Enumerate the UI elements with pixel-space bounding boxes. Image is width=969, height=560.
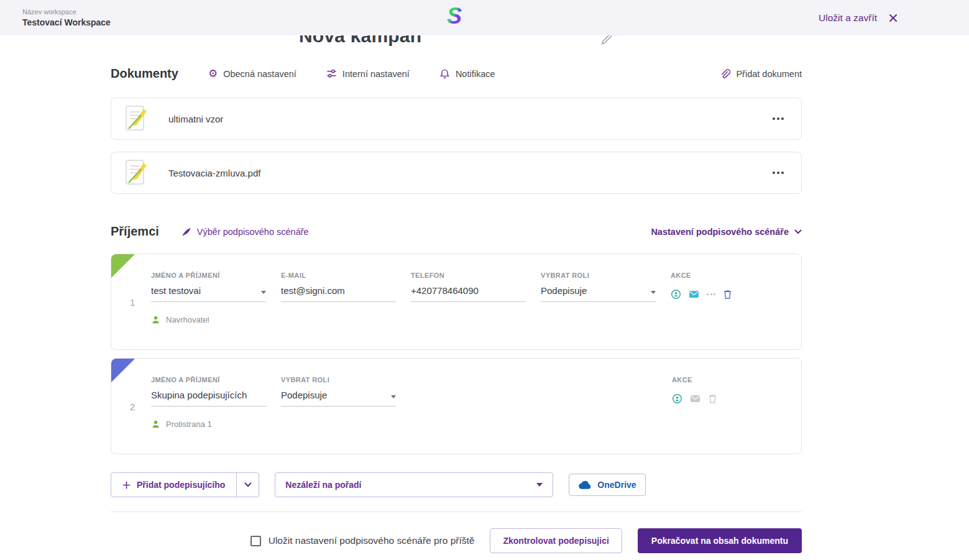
tab-label: Notifikace [456,69,495,79]
workspace-name: Testovací Workspace [22,17,111,27]
recipient-fields: JMÉNO A PŘÍJMENÍ Skupina podepisujících … [151,376,784,406]
document-icon [125,105,147,132]
name-value: Skupina podepisujících [151,390,247,400]
add-signer-menu-button[interactable] [236,473,259,497]
field-label: TELEFON [411,272,526,279]
caret-down-icon [261,291,266,294]
tab-general-settings[interactable]: ⚙ Obecná nastavení [208,68,296,79]
name-field: JMÉNO A PŘÍJMENÍ test testovai [151,272,266,302]
name-select[interactable]: test testovai [151,285,266,302]
email-value: test@signi.com [281,285,345,296]
onedrive-label: OneDrive [597,480,636,490]
main-content: Nová kampaň Dokumenty ⚙ Obecná nastavení… [111,0,802,553]
documents-heading: Dokumenty [111,67,178,81]
email-notification-icon[interactable] [689,290,699,298]
delete-icon-disabled [708,393,717,404]
chevron-down-icon [794,229,802,234]
email-notification-icon-disabled [690,395,700,403]
document-name: ultimatni vzor [168,114,223,124]
add-document-button[interactable]: Přidat dokument [719,68,802,80]
chevron-down-icon [244,482,252,487]
workspace-label: Název workspace [22,8,111,16]
actions-field: AKCE [672,376,717,406]
party-tag: Navrhovatel [151,315,784,324]
identity-verification-icon[interactable] [672,393,682,404]
corner-badge [111,359,135,382]
sliders-icon [326,68,337,79]
svg-text:S: S [447,4,462,29]
document-card[interactable]: ultimatni vzor [111,98,802,140]
field-label: AKCE [671,272,732,279]
save-and-close-button[interactable]: Uložit a zavřít [819,12,877,24]
identity-verification-icon[interactable] [671,289,681,300]
name-field: JMÉNO A PŘÍJMENÍ Skupina podepisujících [151,376,266,406]
save-scenario-checkbox-row[interactable]: Uložit nastavení podpisového scénáře pro… [250,535,475,546]
recipient-number: 2 [130,401,135,411]
field-label: VYBRAT ROLI [541,272,656,279]
close-icon[interactable] [887,12,899,24]
signing-order-select[interactable]: Nezáleží na pořadí [275,472,553,497]
action-icons [671,289,732,300]
recipient-fields: JMÉNO A PŘÍJMENÍ test testovai E-MAIL te… [151,272,784,302]
scenario-settings-toggle[interactable]: Nastavení podpisového scénáře [651,227,802,237]
continue-button[interactable]: Pokračovat na obsah dokumentu [638,528,802,553]
role-value: Podepisuje [281,390,327,400]
top-bar: Název workspace Testovací Workspace S Ul… [0,0,969,35]
scenario-picker-link[interactable]: Výběr podpisového scénáře [181,227,309,237]
signing-order-value: Nezáleží na pořadí [285,480,361,490]
action-icons [672,393,717,404]
onedrive-button[interactable]: OneDrive [569,474,645,496]
field-label: E-MAIL [281,272,396,279]
more-icon[interactable] [707,293,715,295]
recipient-number: 1 [130,296,135,307]
tab-notifications[interactable]: Notifikace [439,68,495,79]
recipient-card: 1 JMÉNO A PŘÍJMENÍ test testovai E-MAIL … [111,254,802,350]
tab-internal-settings[interactable]: Interní nastavení [326,68,410,79]
party-label: Protistrana 1 [166,420,212,429]
role-value: Podepisuje [541,285,587,296]
add-signer-button[interactable]: Přidat podepisujícího [111,473,236,497]
person-icon [151,315,160,324]
email-field: E-MAIL test@signi.com [281,272,396,302]
party-label: Navrhovatel [166,315,209,324]
bell-icon [439,68,450,79]
role-select[interactable]: Podepisuje [281,390,396,406]
document-card[interactable]: Testovacia-zmluva.pdf [111,152,802,194]
caret-down-icon [391,395,396,398]
role-select[interactable]: Podepisuje [541,285,656,302]
documents-toolbar: Dokumenty ⚙ Obecná nastavení Interní nas… [111,67,802,81]
field-label: VYBRAT ROLI [281,376,396,383]
more-icon[interactable] [771,114,785,124]
name-value: test testovai [151,285,201,296]
field-label: JMÉNO A PŘÍJMENÍ [151,272,266,279]
add-signer-label: Přidat podepisujícího [137,480,225,490]
recipients-header: Příjemci Výběr podpisového scénáře Nasta… [111,224,802,239]
footer-actions: Uložit nastavení podpisového scénáře pro… [111,528,802,553]
recipients-heading: Příjemci [111,224,159,239]
more-icon[interactable] [771,168,785,178]
add-signer-split-button: Přidat podepisujícího [111,472,259,497]
name-input[interactable]: Skupina podepisujících [151,390,266,406]
caret-down-icon [651,291,656,294]
caret-down-icon [536,483,543,487]
party-tag: Protistrana 1 [151,420,784,429]
pen-icon [181,227,191,237]
phone-value: +420778464090 [411,285,479,296]
paperclip-icon [719,68,730,80]
field-label: AKCE [672,376,717,383]
phone-input[interactable]: +420778464090 [411,285,526,302]
email-input[interactable]: test@signi.com [281,285,396,302]
phone-field: TELEFON +420778464090 [411,272,526,302]
scenario-settings-label: Nastavení podpisového scénáře [651,227,789,237]
person-icon [151,420,160,429]
checkbox-icon[interactable] [250,536,261,546]
tab-label: Obecná nastavení [223,69,296,79]
check-signers-button[interactable]: Zkontrolovat podepisujici [490,528,622,553]
scenario-picker-label: Výběr podpisového scénáře [197,227,309,237]
recipient-controls: Přidat podepisujícího Nezáleží na pořadí… [111,472,802,497]
document-name: Testovacia-zmluva.pdf [168,168,260,178]
delete-icon[interactable] [723,289,732,300]
actions-field: AKCE [671,272,732,302]
recipient-card: 2 JMÉNO A PŘÍJMENÍ Skupina podepisujícíc… [111,358,802,454]
signi-logo-icon: S [446,4,463,32]
